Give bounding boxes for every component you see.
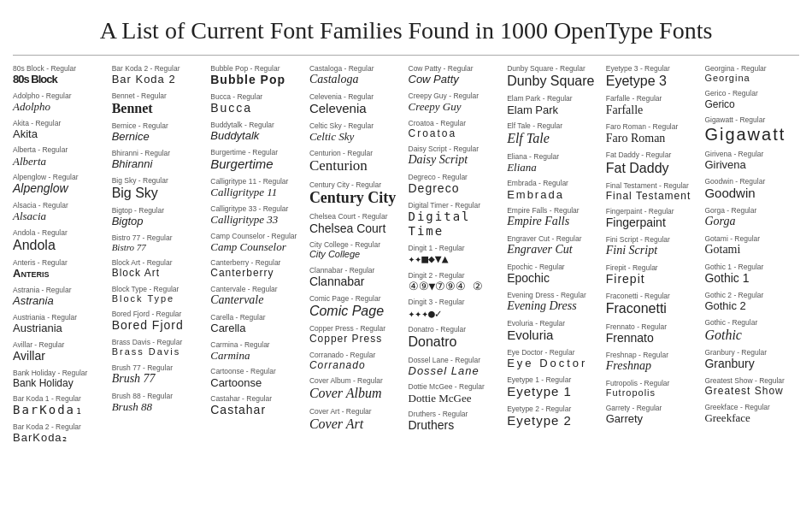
font-label: Bar Koda 2 - Regular: [13, 422, 108, 431]
font-entry: Bubble Pop - RegularBubble Pop: [210, 64, 305, 87]
font-display: Frennato: [606, 331, 701, 346]
font-display: ✦✦✦●✓: [409, 307, 503, 321]
font-display: Buddytalk: [210, 129, 305, 143]
font-label: Epochic - Regular: [507, 263, 602, 271]
font-display: Calligritype 33: [210, 213, 305, 227]
font-entry: Bored Fjord - RegularBored Fjord: [112, 310, 207, 333]
font-entry: Celevenia - RegularCelevenia: [309, 92, 404, 116]
font-entry: Austriania - RegularAustriania: [13, 313, 108, 335]
font-entry: Alsacia - RegularAlsacia: [13, 201, 108, 223]
font-entry: Epochic - RegularEpochic: [507, 263, 602, 286]
font-entry: Elam Park - RegularElam Park: [507, 94, 602, 116]
font-display: City College: [309, 249, 404, 260]
font-display: Alberta: [13, 155, 108, 168]
font-label: Gotami - Regular: [704, 234, 799, 243]
font-label: Canterberry - Regular: [210, 258, 305, 267]
font-display: Camp Counselor: [210, 240, 305, 254]
font-label: Buddytalk - Regular: [210, 121, 305, 129]
font-label: Greekface - Regular: [704, 403, 799, 411]
font-display: 80s Block: [13, 73, 108, 86]
font-display: Garrety: [606, 412, 701, 426]
divider: [13, 55, 799, 56]
font-entry: Daisy Script - RegularDaisy Script: [409, 145, 503, 168]
font-entry: City College - RegularCity College: [309, 240, 404, 260]
font-entry: Gigawatt - RegularGigawatt: [704, 115, 799, 145]
column-7: Georgina - RegularGeorginaGerico - Regul…: [704, 64, 799, 450]
font-label: Futropolis - Regular: [606, 379, 701, 387]
font-display: Cover Album: [309, 385, 404, 401]
font-label: Granbury - Regular: [704, 348, 799, 357]
font-label: Carella - Regular: [210, 313, 305, 322]
font-label: Empire Falls - Regular: [507, 206, 602, 215]
font-display: Gothic: [704, 327, 799, 343]
font-display: Donatro: [409, 334, 503, 350]
font-entry: Block Type - RegularBlock Type: [112, 285, 207, 304]
font-display: Big Sky: [112, 185, 207, 201]
font-entry: Canterberry - RegularCanterberry: [210, 258, 305, 280]
font-grid: 80s Block - Regular80s BlockAdolpho - Re…: [13, 64, 799, 450]
font-entry: Digital Timer - RegularDigital Time: [409, 201, 503, 239]
font-label: Digital Timer - Regular: [409, 201, 503, 210]
font-label: Eyetype 3 - Regular: [606, 64, 701, 73]
column-3: Castaloga - RegularCastalogaCelevenia - …: [309, 64, 404, 450]
font-label: Carmina - Regular: [210, 340, 305, 349]
page-title: A List of Current Font Families Found in…: [13, 17, 799, 44]
font-display: Century City: [309, 189, 404, 208]
font-entry: Girivena - RegularGirivena: [704, 150, 799, 172]
font-display: Castahar: [210, 403, 305, 417]
font-entry: Evening Dress - RegularEvening Dress: [507, 291, 602, 314]
font-entry: Brass Davis - RegularBrass Davis: [112, 338, 207, 357]
font-entry: Creepy Guy - RegularCreepy Guy: [409, 92, 503, 114]
font-label: Donatro - Regular: [409, 325, 503, 334]
font-entry: Eye Doctor - RegularEye Doctor: [507, 348, 602, 370]
font-display: Chelsea Court: [309, 222, 404, 236]
font-display: Eye Doctor: [507, 357, 602, 370]
font-label: Dunby Square - Regular: [507, 64, 602, 73]
font-display: Bhiranni: [112, 157, 207, 171]
font-label: Engraver Cut - Regular: [507, 234, 602, 243]
font-display: Farfalle: [606, 103, 701, 118]
font-display: Anteris: [13, 267, 108, 281]
font-display: Daisy Script: [409, 153, 503, 168]
font-display: Fat Daddy: [606, 160, 701, 176]
font-display: Clannabar: [309, 275, 404, 289]
font-display: Calligritype 11: [210, 186, 305, 199]
font-label: Bigtop - Regular: [112, 206, 207, 215]
font-entry: Calligritype 33 - RegularCalligritype 33: [210, 204, 305, 227]
font-entry: Eyetype 3 - RegularEyetype 3: [606, 64, 701, 89]
font-entry: Faro Roman - RegularFaro Roman: [606, 122, 701, 145]
font-label: Dottie McGee - Regular: [409, 382, 503, 391]
font-display: Astrania: [13, 294, 108, 308]
font-entry: Firepit - RegularFirepit: [606, 263, 701, 286]
font-entry: Castaloga - RegularCastaloga: [309, 64, 404, 87]
font-display: Empire Falls: [507, 215, 602, 229]
font-entry: Adolpho - RegularAdolpho: [13, 92, 108, 114]
font-entry: Copper Press - RegularCopper Press: [309, 324, 404, 346]
font-entry: Futropolis - RegularFutropolis: [606, 379, 701, 399]
font-display: Celevenia: [309, 101, 404, 116]
font-label: Gothic 2 - Regular: [704, 291, 799, 299]
font-entry: Big Sky - RegularBig Sky: [112, 176, 207, 201]
font-label: 80s Block - Regular: [13, 64, 108, 73]
font-display: Greekface: [704, 411, 799, 425]
font-display: Bernice: [112, 130, 207, 144]
font-entry: Eyetype 1 - RegularEyetype 1: [507, 375, 602, 399]
font-display: Cow Patty: [409, 73, 503, 86]
font-label: Gorga - Regular: [704, 206, 799, 215]
font-display: Firepit: [606, 272, 701, 286]
font-display: Fingerpaint: [606, 216, 701, 230]
font-entry: Greatest Show - RegularGreatest Show: [704, 376, 799, 398]
font-entry: Buddytalk - RegularBuddytalk: [210, 121, 305, 143]
font-entry: Cover Album - RegularCover Album: [309, 376, 404, 401]
font-label: Dingit 2 - Regular: [409, 271, 503, 280]
font-display: Digital Time: [409, 210, 503, 239]
font-display: Faro Roman: [606, 132, 701, 146]
font-entry: Cover Art - RegularCover Art: [309, 407, 404, 432]
font-entry: Block Art - RegularBlock Art: [112, 258, 207, 280]
font-entry: Calligritype 11 - RegularCalligritype 11: [210, 177, 305, 199]
font-display: Avillar: [13, 349, 108, 363]
font-entry: Dottie McGee - RegularDottie McGee: [409, 382, 503, 405]
font-display: Dottie McGee: [409, 392, 503, 405]
font-display: Celtic Sky: [309, 130, 404, 144]
font-entry: Gotami - RegularGotami: [704, 234, 799, 257]
